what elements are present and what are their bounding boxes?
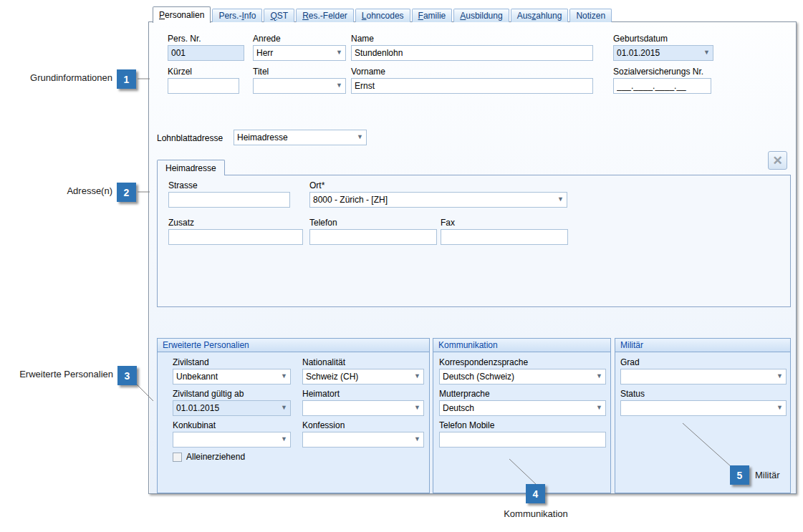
muttersprache-select[interactable]: ▼ — [439, 400, 606, 416]
telefon-input[interactable] — [309, 229, 437, 245]
heimatort-input[interactable] — [302, 400, 424, 416]
sozialversicherungs-nr-input[interactable] — [613, 78, 711, 94]
tab-heimadresse[interactable]: Heimadresse — [157, 160, 225, 175]
tab-personalien[interactable]: Personalien — [153, 6, 211, 23]
callout-label-militaer: Militär — [755, 470, 780, 480]
grad-select[interactable]: ▼ — [620, 369, 787, 385]
fax-input[interactable] — [441, 229, 568, 245]
nationalitaet-field: Nationalität ▼ — [302, 357, 424, 385]
tab-heimadresse-label: Heimadresse — [165, 163, 216, 173]
anrede-input[interactable] — [253, 45, 346, 61]
muttersprache-input[interactable] — [439, 400, 606, 416]
konkubinat-select[interactable]: ▼ — [173, 432, 291, 448]
group-militaer-title: Militär — [615, 339, 790, 352]
titel-select[interactable]: ▼ — [253, 78, 346, 94]
zusatz-field: Zusatz — [168, 218, 303, 245]
kuerzel-input[interactable] — [168, 78, 239, 94]
group-kommunikation-title: Kommunikation — [433, 339, 610, 352]
nationalitaet-input[interactable] — [302, 369, 424, 385]
zivilstand-gueltig-ab-input[interactable] — [173, 400, 291, 416]
kuerzel-label: Kürzel — [168, 67, 239, 78]
tab-qst-label: QST — [270, 11, 288, 21]
konfession-input[interactable] — [302, 432, 424, 448]
tab-bar: Personalien Pers.-Info QST Res.-Felder L… — [153, 6, 612, 22]
konkubinat-field: Konkubinat ▼ — [173, 420, 291, 448]
zusatz-input[interactable] — [168, 229, 303, 245]
ort-input[interactable] — [309, 192, 567, 208]
tab-auszahlung[interactable]: Auszahlung — [511, 9, 569, 22]
vorname-input[interactable] — [351, 78, 593, 94]
zusatz-label: Zusatz — [168, 218, 303, 229]
callout-badge-2: 2 — [117, 183, 136, 202]
anrede-select[interactable]: ▼ — [253, 45, 346, 61]
tab-familie-label: Familie — [418, 11, 446, 21]
korrespondenzsprache-label: Korrespondenzsprache — [439, 357, 606, 369]
status-input[interactable] — [620, 400, 787, 416]
zivilstand-label: Zivilstand — [173, 357, 291, 369]
sozialversicherungs-nr-field: Sozialversicherungs Nr. — [613, 67, 711, 94]
lohnblattadresse-input[interactable] — [234, 130, 367, 145]
personalien-window: Personalien Pers.-Info QST Res.-Felder L… — [148, 21, 797, 494]
geburtsdatum-input[interactable] — [613, 45, 713, 61]
pers-nr-input[interactable] — [168, 45, 244, 61]
tab-qst[interactable]: QST — [264, 9, 294, 22]
callout-badge-3: 3 — [117, 366, 137, 385]
strasse-input[interactable] — [168, 192, 290, 208]
status-field: Status ▼ — [620, 389, 787, 416]
tab-notizen[interactable]: Notizen — [569, 9, 612, 22]
zivilstand-gueltig-ab-field: Zivilstand gültig ab ▼ — [173, 389, 291, 416]
heimatort-select[interactable]: ▼ — [302, 400, 424, 416]
fax-field: Fax — [441, 218, 568, 245]
tab-ausbildung[interactable]: Ausbildung — [453, 9, 509, 22]
close-address-button[interactable]: ✕ — [768, 151, 787, 170]
titel-input[interactable] — [253, 78, 346, 94]
tab-auszahlung-label: Auszahlung — [517, 11, 562, 21]
group-kommunikation: Kommunikation Korrespondenzsprache ▼ Mut… — [433, 338, 611, 493]
tab-pers-info[interactable]: Pers.-Info — [212, 9, 262, 22]
callout-badge-1: 1 — [117, 69, 136, 89]
status-select[interactable]: ▼ — [620, 400, 787, 416]
korrespondenzsprache-field: Korrespondenzsprache ▼ — [439, 357, 606, 385]
name-field: Name — [351, 34, 593, 61]
callout-label-adressen: Adresse(n) — [0, 185, 112, 196]
zivilstand-input[interactable] — [173, 369, 291, 385]
ort-field: Ort* ▼ — [309, 180, 567, 208]
tab-personalien-label: Personalien — [159, 10, 204, 20]
korrespondenzsprache-input[interactable] — [439, 369, 606, 385]
tab-notizen-label: Notizen — [576, 11, 605, 21]
titel-field: Titel ▼ — [253, 67, 346, 94]
lohnblattadresse-label: Lohnblattadresse — [157, 133, 229, 145]
group-erweiterte-personalien: Erweiterte Personalien Zivilstand ▼ Nati… — [157, 338, 430, 493]
grad-input[interactable] — [620, 369, 787, 385]
konkubinat-input[interactable] — [173, 432, 291, 448]
alleinerziehend-row: Alleinerziehend — [173, 452, 245, 462]
muttersprache-label: Mutterprache — [439, 389, 606, 400]
nationalitaet-label: Nationalität — [302, 357, 424, 369]
nationalitaet-select[interactable]: ▼ — [302, 369, 424, 385]
kuerzel-field: Kürzel — [168, 67, 239, 94]
callout-label-erweiterte-personalien: Erweiterte Personalien — [0, 369, 113, 379]
muttersprache-field: Mutterprache ▼ — [439, 389, 606, 416]
heimatort-field: Heimatort ▼ — [302, 389, 424, 416]
zivilstand-gueltig-ab-select[interactable]: ▼ — [173, 400, 291, 416]
telefon-label: Telefon — [309, 218, 437, 229]
name-input[interactable] — [351, 45, 593, 61]
telefon-field: Telefon — [309, 218, 437, 245]
konfession-select[interactable]: ▼ — [302, 432, 424, 448]
tab-familie[interactable]: Familie — [412, 9, 453, 22]
callout-label-grundinformationen: Grundinformationen — [0, 72, 112, 83]
korrespondenzsprache-select[interactable]: ▼ — [439, 369, 606, 385]
pers-nr-field: Pers. Nr. — [168, 34, 244, 61]
tab-lohncodes-label: Lohncodes — [362, 11, 404, 21]
telefon-mobile-input[interactable] — [439, 432, 606, 448]
lohnblattadresse-select[interactable]: ▼ — [234, 130, 367, 145]
ort-select[interactable]: ▼ — [309, 192, 567, 208]
alleinerziehend-checkbox[interactable] — [173, 453, 182, 462]
zivilstand-select[interactable]: ▼ — [173, 369, 291, 385]
konfession-field: Konfession ▼ — [302, 420, 424, 448]
tab-res-felder[interactable]: Res.-Felder — [296, 9, 354, 22]
geburtsdatum-select[interactable]: ▼ — [613, 45, 713, 61]
heimadresse-panel: Strasse Ort* ▼ Zusatz Telefon Fax — [157, 175, 791, 307]
vorname-field: Vorname — [351, 67, 593, 94]
tab-lohncodes[interactable]: Lohncodes — [355, 9, 410, 22]
